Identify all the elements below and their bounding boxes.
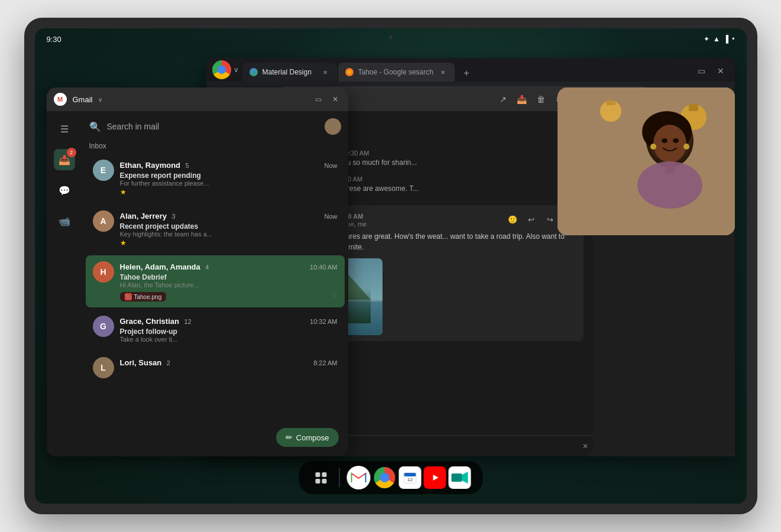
tab-favicon-google (345, 68, 354, 76)
svg-point-27 (683, 144, 689, 150)
status-time: 9:30 (47, 35, 61, 44)
reply-button[interactable]: ↩ (524, 212, 539, 226)
grid-dot-4 (322, 479, 327, 484)
grid-dot-3 (316, 479, 320, 484)
taskbar-apps-button[interactable] (310, 467, 332, 488)
email-content-3: Helen, Adam, Amanda 4 10:40 AM Tahoe Deb… (120, 261, 338, 301)
chrome-taskbar-icon (374, 467, 395, 488)
email-sender-1: Ethan, Raymond 5 (120, 160, 189, 170)
grid-dot-2 (322, 472, 327, 477)
chrome-icon (212, 60, 231, 79)
sidebar-menu-icon[interactable]: ☰ (54, 118, 75, 140)
email-item-1[interactable]: E Ethan, Raymond 5 Now Expense report pe… (86, 154, 345, 202)
chrome-tab-label-2: Tahoe - Google sesarch (358, 68, 433, 76)
gmail-email-list: 🔍 Search in mail Inbox E Ethan, Raymond (82, 111, 348, 456)
gmail-close-button[interactable]: ✕ (329, 93, 341, 105)
email-content-5: Lori, Susan 2 8:22 AM (120, 357, 338, 378)
hamburger-icon: ☰ (60, 124, 69, 135)
tab-close-2[interactable]: ✕ (438, 67, 448, 77)
emoji-button[interactable]: 🙂 (505, 212, 520, 226)
svg-rect-15 (689, 104, 698, 111)
svg-rect-13 (606, 100, 615, 105)
email-actions-2: ★ (120, 239, 338, 247)
chrome-tab-tahoe[interactable]: Tahoe - Google sesarch ✕ (338, 63, 455, 82)
email-content-2: Alan, Jerrery 3 Now Recent project updat… (120, 210, 338, 247)
tab-favicon-material (249, 68, 258, 76)
star-icon-3[interactable]: ☆ (331, 291, 338, 300)
email-avatar-2: A (93, 210, 114, 232)
new-tab-button[interactable]: + (458, 65, 475, 82)
email-header-4: Grace, Christian 12 10:32 AM (120, 316, 338, 326)
email-subject-2: Recent project updates (120, 222, 338, 231)
gmail-sidebar: ☰ 📥 2 💬 📹 (47, 111, 82, 456)
gmail-maximize-button[interactable]: ▭ (313, 93, 325, 105)
attachment-name: Tahoe.png (134, 294, 162, 300)
attach-close-button[interactable]: ✕ (582, 442, 584, 447)
sidebar-chat-icon[interactable]: 💬 (54, 180, 75, 201)
svg-marker-37 (462, 472, 468, 484)
user-avatar[interactable] (325, 118, 341, 135)
chrome-logo-area: ∨ (212, 60, 239, 82)
email-time-4: 10:32 AM (310, 318, 337, 325)
email-item-3[interactable]: H Helen, Adam, Amanda 4 10:40 AM Tahoe D… (86, 255, 345, 307)
gmail-title: Gmail (73, 95, 93, 104)
taskbar-youtube-button[interactable] (423, 466, 446, 489)
compose-button[interactable]: ✏ Compose (276, 428, 339, 447)
svg-point-23 (673, 138, 679, 143)
delete-button[interactable]: 🗑 (534, 92, 548, 106)
email-actions-1: ★ (120, 188, 338, 196)
search-placeholder[interactable]: Search in mail (107, 122, 319, 131)
tablet-screen: 9:30 ✦ ▲ ▐ • ∨ Materi (35, 28, 747, 504)
chrome-tab-material-design[interactable]: Material Design ✕ (242, 63, 337, 82)
attachment-chip-3[interactable]: 📎 Tahoe.png (120, 292, 167, 301)
close-window-button[interactable]: ✕ (712, 63, 729, 79)
email-item-4[interactable]: G Grace, Christian 12 10:32 AM Project f… (86, 310, 345, 349)
svg-rect-29 (351, 473, 352, 482)
email-time-1: Now (324, 162, 337, 169)
gmail-title-chevron-icon: ∨ (98, 96, 102, 103)
attachment-icon: 📎 (125, 293, 132, 300)
chrome-menu-arrow[interactable]: ∨ (234, 66, 239, 74)
expand-button[interactable]: ↗ (496, 92, 510, 106)
forward-button[interactable]: ↪ (543, 212, 558, 226)
video-person-view (558, 87, 735, 235)
email-subject-1: Expense report pending (120, 171, 338, 180)
svg-point-21 (653, 125, 686, 163)
chrome-tabs-bar: ∨ Material Design ✕ Tahoe - Google sesar… (206, 58, 735, 82)
email-time-5: 8:22 AM (313, 359, 337, 366)
email-actions-3: 📎 Tahoe.png ☆ (120, 290, 338, 301)
email-avatar-3: H (93, 261, 114, 283)
sidebar-inbox-icon[interactable]: 📥 2 (54, 149, 75, 170)
chrome-window-controls: ▭ ✕ (693, 63, 729, 82)
video-icon: 📹 (59, 216, 70, 227)
email-content-1: Ethan, Raymond 5 Now Expense report pend… (120, 160, 338, 196)
battery-icon: ▐ (724, 35, 729, 43)
gmail-search-bar: 🔍 Search in mail (82, 111, 348, 142)
grid-dot-1 (316, 472, 320, 477)
taskbar-meet-button[interactable] (448, 466, 471, 489)
email-header-2: Alan, Jerrery 3 Now (120, 210, 338, 221)
email-subject-3: Tahoe Debrief (120, 273, 338, 281)
email-avatar-4: G (93, 316, 114, 337)
minimize-button[interactable]: ▭ (693, 63, 710, 79)
email-sender-4: Grace, Christian 12 (120, 316, 192, 326)
svg-point-25 (637, 161, 702, 209)
taskbar-calendar-button[interactable]: 12 (398, 466, 421, 489)
compose-label: Compose (296, 433, 329, 442)
signal-icon: • (732, 35, 734, 43)
tab-close-1[interactable]: ✕ (320, 67, 330, 77)
svg-point-22 (662, 138, 667, 143)
star-icon-1[interactable]: ★ (120, 188, 127, 196)
email-sender-5: Lori, Susan 2 (120, 357, 170, 368)
email-sender-2: Alan, Jerrery 3 (120, 210, 176, 221)
email-item-5[interactable]: L Lori, Susan 2 8:22 AM (86, 351, 345, 384)
star-icon-2[interactable]: ★ (120, 239, 127, 247)
status-bar: 9:30 ✦ ▲ ▐ • (35, 28, 747, 50)
taskbar: 12 (299, 461, 482, 494)
search-icon[interactable]: 🔍 (89, 121, 101, 132)
archive-button[interactable]: 📥 (515, 92, 529, 106)
email-item-2[interactable]: A Alan, Jerrery 3 Now Recent project upd… (86, 205, 345, 253)
taskbar-chrome-button[interactable] (372, 466, 396, 489)
taskbar-gmail-button[interactable] (346, 466, 370, 489)
sidebar-meet-icon[interactable]: 📹 (54, 210, 75, 232)
